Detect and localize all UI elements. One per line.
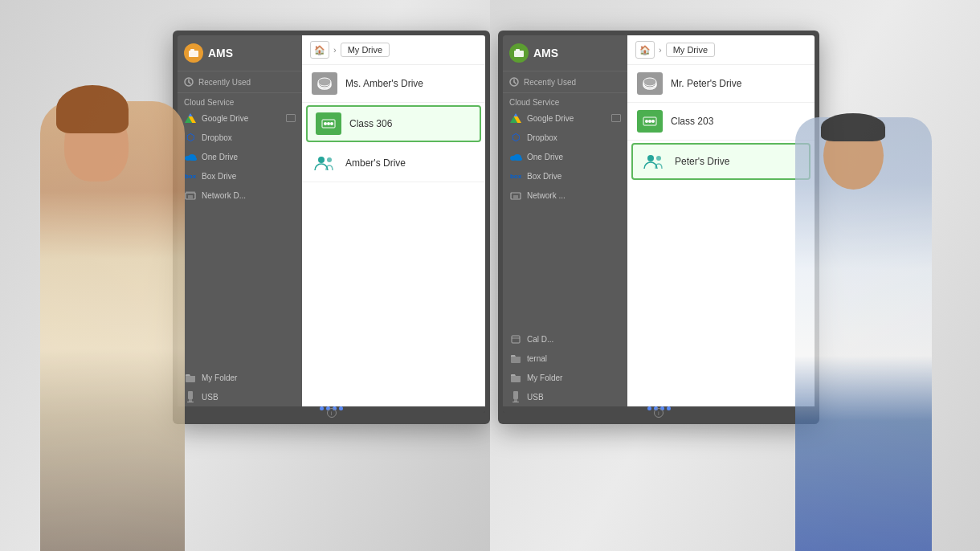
- recently-used-right[interactable]: Recently Used: [503, 71, 627, 93]
- svg-point-39: [517, 157, 522, 161]
- file-name-class306: Class 306: [349, 118, 392, 129]
- chevron-left: ›: [333, 45, 337, 55]
- file-entry-class306[interactable]: Class 306: [306, 105, 481, 142]
- file-name-peter-drive: Mr. Peter's Drive: [671, 78, 741, 89]
- usb-icon-right: [509, 391, 522, 402]
- ternal-icon-right: [509, 353, 522, 364]
- file-name-peters-drive: Peter's Drive: [675, 156, 729, 167]
- right-sidebar-header: AMS: [503, 35, 627, 71]
- cal-icon-right: [509, 333, 522, 345]
- ams-icon-left: [184, 43, 203, 63]
- class-icon-right: [637, 110, 663, 133]
- left-sidebar-header: AMS: [178, 35, 302, 71]
- sidebar-item-network-right[interactable]: Network ...: [503, 186, 627, 205]
- cloud-service-label-right: Cloud Service: [503, 93, 627, 108]
- svg-point-26: [318, 157, 325, 163]
- recently-used-label-right: Recently Used: [524, 78, 576, 87]
- svg-point-53: [651, 120, 655, 123]
- svg-point-25: [330, 122, 333, 125]
- svg-point-55: [656, 156, 661, 161]
- usb-label-right: USB: [527, 393, 621, 402]
- onedrive-icon-right: [509, 151, 522, 162]
- people-icon-left: [312, 152, 337, 174]
- left-panel: AMS Recently Used Cloud Service: [0, 0, 490, 551]
- sidebar-item-gdrive-right[interactable]: Google Drive: [503, 108, 627, 128]
- home-button-right[interactable]: 🏠: [635, 41, 655, 59]
- drive-icon-left-1: [312, 72, 337, 95]
- sidebar-item-box-right[interactable]: box Box Drive: [503, 166, 627, 186]
- svg-point-54: [647, 155, 654, 161]
- chevron-right: ›: [659, 45, 662, 55]
- svg-rect-29: [516, 49, 520, 51]
- svg-point-49: [643, 78, 656, 86]
- file-entry-ambers-drive[interactable]: Amber's Drive: [302, 145, 485, 182]
- svg-rect-46: [512, 402, 519, 402]
- box-label-right: Box Drive: [527, 172, 621, 181]
- file-name-amber-drive: Ms. Amber's Drive: [345, 78, 423, 89]
- svg-rect-45: [514, 399, 517, 402]
- file-name-class203: Class 203: [671, 116, 713, 127]
- right-screen: AMS Recently Used Cloud Service: [498, 31, 819, 424]
- gdrive-icon-right: [509, 112, 522, 124]
- my-drive-label-left[interactable]: My Drive: [341, 43, 390, 57]
- person-right: [787, 101, 964, 551]
- network-icon-right: [509, 190, 522, 201]
- ternal-label-right: ternal: [527, 354, 621, 363]
- myfolder-label-right: My Folder: [527, 373, 621, 382]
- dropbox-label-right: Dropbox: [527, 133, 621, 142]
- person-left: [24, 85, 217, 551]
- right-panel: AMS Recently Used Cloud Service: [490, 0, 980, 551]
- breadcrumb-left: 🏠 › My Drive: [302, 35, 485, 65]
- svg-point-23: [324, 122, 327, 125]
- svg-point-24: [327, 122, 330, 125]
- sidebar-item-cal-right[interactable]: Cal D...: [503, 329, 627, 349]
- file-name-ambers-drive: Amber's Drive: [345, 157, 406, 169]
- svg-rect-0: [189, 51, 198, 57]
- svg-point-27: [327, 157, 332, 162]
- drive-icon-right-1: [637, 72, 663, 95]
- sidebar-item-ternal-right[interactable]: ternal: [503, 349, 627, 368]
- left-screen: AMS Recently Used Cloud Service: [173, 31, 490, 424]
- sidebar-item-onedrive-right[interactable]: One Drive: [503, 147, 627, 166]
- file-entry-peter-drive[interactable]: Mr. Peter's Drive: [627, 65, 815, 103]
- people-icon-right: [641, 150, 667, 173]
- svg-rect-41: [513, 195, 518, 198]
- file-entry-amber-drive[interactable]: Ms. Amber's Drive: [302, 65, 485, 103]
- box-icon-right: box: [509, 170, 522, 182]
- svg-rect-44: [513, 391, 518, 399]
- svg-rect-42: [512, 336, 520, 343]
- dot-4: [339, 406, 343, 410]
- ams-icon-right: [509, 43, 529, 63]
- svg-rect-28: [514, 51, 524, 57]
- svg-rect-1: [190, 49, 194, 51]
- onedrive-label-right: One Drive: [527, 153, 621, 161]
- svg-point-21: [318, 78, 331, 86]
- file-entry-peters-drive[interactable]: Peter's Drive: [631, 143, 811, 180]
- rdot-4: [667, 406, 671, 410]
- svg-line-4: [189, 82, 190, 84]
- svg-point-52: [648, 120, 651, 123]
- class-icon-left: [316, 112, 341, 135]
- right-sidebar: AMS Recently Used Cloud Service: [503, 35, 627, 406]
- rdot-1: [647, 406, 651, 410]
- sidebar-item-myfolder-right[interactable]: My Folder: [503, 368, 627, 387]
- link-icon-gdrive-left: [286, 114, 296, 122]
- left-main-panel: 🏠 › My Drive: [302, 35, 485, 406]
- ams-title-right: AMS: [533, 47, 558, 59]
- gdrive-label-right: Google Drive: [527, 114, 606, 123]
- dropbox-icon-right: ⬡: [509, 132, 522, 143]
- home-button-left[interactable]: 🏠: [310, 41, 329, 59]
- folder-icon-right: [509, 372, 522, 383]
- sidebar-item-dropbox-right[interactable]: ⬡ Dropbox: [503, 128, 627, 147]
- svg-point-51: [645, 120, 648, 123]
- file-list-left: Ms. Amber's Drive: [302, 65, 485, 406]
- network-label-right: Network ...: [527, 191, 621, 200]
- dot-1: [320, 406, 324, 410]
- cal-label-right: Cal D...: [527, 335, 621, 344]
- svg-marker-36: [514, 113, 518, 116]
- link-icon-gdrive-right: [611, 114, 621, 122]
- breadcrumb-right: 🏠 › My Drive: [627, 35, 815, 65]
- my-drive-label-right[interactable]: My Drive: [666, 43, 715, 57]
- sidebar-item-usb-right[interactable]: USB: [503, 387, 627, 406]
- svg-line-32: [514, 82, 516, 84]
